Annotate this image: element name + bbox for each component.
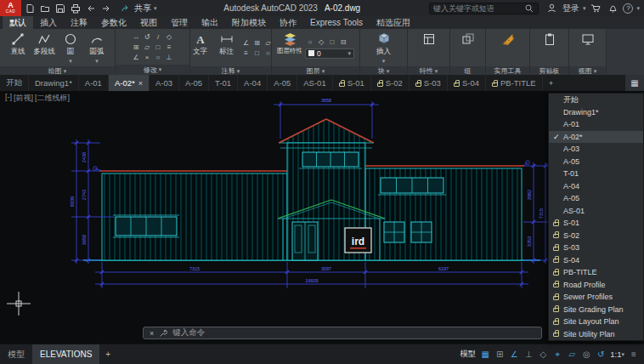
file-tab[interactable]: AS-01 [297, 75, 332, 91]
file-tab-locked[interactable]: S-01 [333, 75, 371, 91]
search-icon[interactable] [525, 2, 534, 15]
undo-icon[interactable] [84, 2, 98, 15]
polyline-button[interactable]: 多段线 [32, 30, 56, 65]
insert-block-button[interactable]: 插入 ▾ [372, 30, 396, 65]
text-button[interactable]: A 文字 [189, 30, 212, 65]
overflow-item[interactable]: S-03 [549, 242, 643, 254]
file-tab-locked[interactable]: S-04 [448, 75, 486, 91]
overflow-item[interactable]: A-01 [549, 118, 643, 131]
layers-panel-label[interactable]: 图层▾ [272, 66, 359, 75]
properties-panel-label[interactable]: 特性▾ [408, 66, 449, 75]
file-tab[interactable]: A-05 [179, 75, 209, 91]
mtext-tool-icon[interactable]: ≡ [241, 48, 251, 58]
overflow-item[interactable]: A-03 [549, 143, 643, 156]
draw-panel-label[interactable]: 绘图▾ [0, 66, 115, 75]
grid-icon[interactable]: ▦ [478, 347, 492, 361]
mirror-tool-icon[interactable]: ▱ [142, 43, 152, 52]
share-button[interactable]: 共享 ▾ [115, 2, 161, 15]
lineweight-icon[interactable]: ▱ [565, 347, 579, 361]
new-layout-button[interactable]: + [99, 344, 116, 364]
leader-tool-icon[interactable]: ∠ [241, 38, 251, 48]
arc-button[interactable]: 圆弧 ▾ [85, 30, 109, 65]
scale-tool-icon[interactable]: □ [153, 43, 163, 52]
visual-style-control[interactable]: [二维线框] [35, 93, 70, 104]
search-box[interactable] [429, 3, 539, 14]
notification-bell-icon[interactable] [606, 2, 619, 15]
isodraft-icon[interactable]: ◇ [536, 347, 550, 361]
layer-properties-button[interactable]: 图层特性 [277, 30, 302, 65]
layout-tab-elevations[interactable]: ELEVATIONS [32, 344, 99, 364]
ribbon-tab-express-tools[interactable]: Express Tools [303, 16, 370, 29]
rotate-tool-icon[interactable]: ↺ [142, 32, 152, 42]
file-tab[interactable]: A-01 [79, 75, 109, 91]
utilities-panel-label[interactable]: 实用工具 [486, 66, 529, 75]
properties-button[interactable] [417, 30, 441, 65]
autocad-app-button[interactable]: ACAD [0, 0, 21, 16]
block-panel-label[interactable]: 块▾ [360, 66, 407, 75]
file-tab[interactable]: A-04 [238, 75, 268, 91]
overflow-item[interactable]: A-05 [549, 192, 643, 205]
ribbon-tab-view[interactable]: 视图 [133, 16, 164, 29]
groups-panel-label[interactable]: 组 [450, 66, 485, 75]
new-drawing-icon[interactable] [23, 2, 37, 15]
overflow-item[interactable]: Site Grading Plan [549, 304, 643, 316]
ribbon-tab-addins[interactable]: 附加模块 [225, 16, 273, 29]
overflow-item[interactable]: Sewer Profiles [549, 291, 643, 304]
overflow-item[interactable]: 开始 [549, 94, 643, 106]
app-store-cart-icon[interactable] [589, 2, 602, 15]
line-button[interactable]: 直线 [6, 30, 30, 65]
overflow-item-current[interactable]: ✓A-02* [549, 131, 643, 144]
plot-icon[interactable] [69, 2, 82, 15]
overflow-item[interactable]: PB-TITLE [549, 266, 643, 279]
sign-in-label[interactable]: 登录 [562, 3, 579, 14]
overflow-item[interactable]: T-01 [549, 168, 643, 180]
explode-tool-icon[interactable]: ○ [153, 53, 163, 62]
dimension-button[interactable]: 标注 [215, 30, 239, 65]
overflow-item[interactable]: S-02 [549, 230, 643, 242]
close-tab-icon[interactable]: × [138, 79, 143, 88]
file-tab[interactable]: T-01 [209, 75, 238, 91]
viewport-menu-control[interactable]: [-] [5, 93, 12, 104]
stretch-tool-icon[interactable]: ∠ [131, 53, 141, 62]
overflow-item[interactable]: S-04 [549, 254, 643, 267]
layout-tab-model[interactable]: 模型 [0, 344, 32, 364]
view-control[interactable]: [前视] [14, 93, 33, 104]
space-toggle-button[interactable]: 模型 [458, 347, 477, 361]
annotation-visibility-icon[interactable]: ◎ [579, 347, 593, 361]
open-icon[interactable] [38, 2, 52, 15]
tab-overflow-button[interactable]: ▦ [625, 75, 644, 91]
view-button[interactable] [576, 30, 600, 65]
layer-isolate-icon[interactable]: ⊟ [338, 37, 348, 47]
file-tab-start[interactable]: 开始 [0, 75, 29, 91]
copy-tool-icon[interactable]: ⊞ [131, 43, 141, 52]
layer-off-icon[interactable]: ○ [305, 37, 315, 47]
overflow-item[interactable]: Drawing1* [549, 106, 643, 119]
overflow-item[interactable]: A-05 [549, 156, 643, 168]
overflow-item[interactable]: Road Profile [549, 279, 643, 292]
layer-lock-icon[interactable]: □ [327, 37, 337, 47]
file-tab-locked[interactable]: S-02 [371, 75, 410, 91]
ribbon-tab-manage[interactable]: 管理 [164, 16, 195, 29]
ribbon-tab-annotate[interactable]: 注释 [64, 16, 94, 29]
circle-button[interactable]: 圆 ▾ [59, 30, 82, 65]
file-tab-locked[interactable]: S-03 [410, 75, 448, 91]
erase-tool-icon[interactable]: × [142, 53, 152, 62]
group-button[interactable] [456, 30, 480, 65]
file-tab-active[interactable]: A-02*× [109, 75, 150, 91]
close-icon[interactable]: × [150, 329, 154, 338]
layer-freeze-icon[interactable]: ◇ [316, 37, 326, 47]
ribbon-tab-featured-apps[interactable]: 精选应用 [370, 16, 417, 29]
modify-panel-label[interactable]: 修改▾ [116, 65, 189, 75]
trim-tool-icon[interactable]: / [153, 32, 163, 42]
ribbon-tab-parametric[interactable]: 参数化 [94, 16, 133, 29]
array-tool-icon[interactable]: ≡ [164, 43, 174, 52]
file-tab[interactable]: Drawing1* [29, 75, 79, 91]
ribbon-tab-insert[interactable]: 插入 [33, 16, 64, 29]
measure-button[interactable] [496, 30, 520, 65]
ribbon-tab-output[interactable]: 输出 [195, 16, 225, 29]
wipeout-tool-icon[interactable]: □ [252, 48, 263, 58]
file-tab[interactable]: A-05 [268, 75, 297, 91]
paste-button[interactable] [538, 30, 562, 65]
ortho-icon[interactable]: ⊥ [522, 347, 535, 361]
overflow-item[interactable]: A-04 [549, 180, 643, 193]
